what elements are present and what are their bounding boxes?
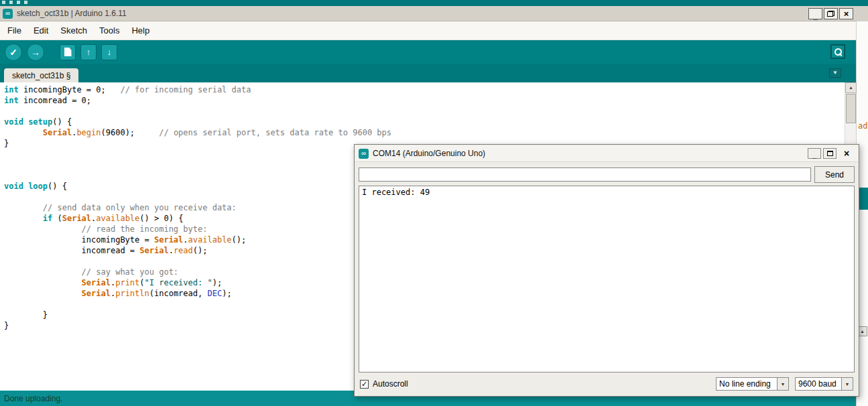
serial-input[interactable] [359,167,811,182]
window-controls: _ × [808,8,853,19]
send-button[interactable]: Send [814,166,855,183]
line-ending-select[interactable]: No line ending ▼ [716,377,789,391]
close-button[interactable]: × [839,8,853,19]
chevron-down-icon[interactable]: ▼ [778,377,789,391]
menu-item-sketch[interactable]: Sketch [54,22,93,39]
background-top-strip [0,0,868,6]
serial-monitor-window: ∞ COM14 (Arduino/Genuino Uno) _ × Send I… [354,144,859,397]
arrow-down-icon: ↓ [107,47,112,57]
background-mini-icon [9,1,13,4]
arrow-right-icon: → [31,47,40,58]
titlebar: ∞ sketch_oct31b | Arduino 1.6.11 _ × [0,6,856,21]
background-mini-icon [24,1,27,4]
restore-icon [827,11,834,17]
tabbar: sketch_oct31b § ▼ [0,64,856,82]
arrow-up-icon: ↑ [86,47,91,57]
verify-button[interactable]: ✓ [5,44,22,61]
serial-monitor-bottombar: ✓ Autoscroll No line ending ▼ 9600 baud … [360,377,853,391]
serial-monitor-title: COM14 (Arduino/Genuino Uno) [373,149,485,158]
minimize-icon: _ [812,152,816,159]
screen: ad ▲ ∞ sketch_oct31b | Arduino 1.6.11 _ … [0,0,868,406]
arduino-logo-icon: ∞ [359,149,369,159]
check-icon: ✓ [9,47,17,58]
close-icon: × [844,9,849,18]
sm-close-button[interactable]: × [839,147,855,159]
tab-sketch-oct31b[interactable]: sketch_oct31b § [4,68,78,82]
magnifier-icon [834,48,842,56]
toolbar: ✓ → ↑ ↓ [0,40,856,64]
save-button[interactable]: ↓ [101,44,117,60]
line-ending-value: No line ending [716,377,778,391]
serial-input-row: Send [359,166,855,183]
menu-item-tools[interactable]: Tools [93,22,125,39]
close-icon: × [844,149,849,158]
serial-monitor-controls: _ × [808,147,855,159]
open-button[interactable]: ↑ [80,44,97,60]
menubar: File Edit Sketch Tools Help [0,21,856,40]
document-icon [64,48,72,56]
serial-monitor-button[interactable] [830,44,845,59]
baud-select[interactable]: 9600 baud ▼ [795,377,853,391]
menu-item-edit[interactable]: Edit [27,22,54,39]
baud-value: 9600 baud [795,377,842,391]
window-title: sketch_oct31b | Arduino 1.6.11 [17,9,127,18]
maximize-icon [827,151,833,156]
scroll-thumb[interactable] [846,94,856,123]
new-sketch-button[interactable] [60,44,76,60]
sm-minimize-button[interactable]: _ [808,148,821,159]
serial-monitor-titlebar: ∞ COM14 (Arduino/Genuino Uno) _ × [355,145,858,162]
background-mini-icon [17,1,20,4]
chevron-down-icon: ▼ [832,70,838,76]
scroll-up-button[interactable]: ▲ [845,82,857,93]
minimize-icon: _ [813,13,817,20]
autoscroll-checkbox[interactable]: ✓ [360,380,369,389]
chevron-down-icon[interactable]: ▼ [842,377,853,391]
menu-item-file[interactable]: File [1,22,27,39]
minimize-button[interactable]: _ [808,8,822,19]
autoscroll-label: Autoscroll [373,379,408,389]
restore-button[interactable] [824,8,838,19]
arduino-logo-icon: ∞ [3,9,13,19]
tab-dropdown-button[interactable]: ▼ [829,68,841,78]
menu-item-help[interactable]: Help [125,22,156,39]
sm-maximize-button[interactable] [823,148,836,159]
background-code-fragment: ad [858,121,867,131]
checkmark-icon: ✓ [361,380,367,388]
background-mini-icon [2,1,5,4]
background-titlebar-fragment [857,6,868,21]
serial-output[interactable]: I received: 49 [359,186,855,373]
status-message: Done uploading. [4,394,62,403]
upload-button[interactable]: → [27,44,44,61]
